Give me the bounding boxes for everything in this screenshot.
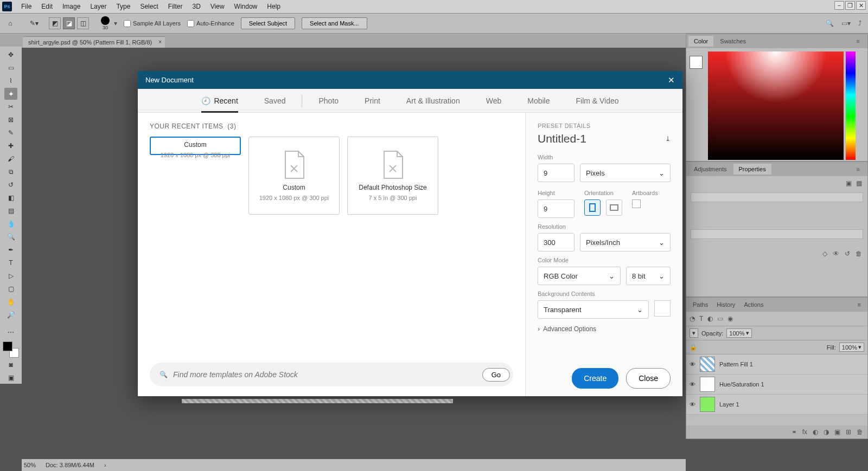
reset-icon[interactable]: ↺ <box>845 250 850 257</box>
preset-card[interactable]: Custom 1920 x 1080 px @ 300 ppi <box>150 137 241 155</box>
artboards-checkbox[interactable] <box>632 199 641 208</box>
height-input[interactable] <box>538 199 575 218</box>
layer-row[interactable]: 👁 Pattern Fill 1 <box>686 354 867 375</box>
tab-web[interactable]: Web <box>473 89 515 113</box>
resolution-input[interactable] <box>538 233 575 251</box>
workspace-icon[interactable]: ▭▾ <box>841 20 851 27</box>
background-select[interactable]: Transparent⌄ <box>538 300 649 319</box>
tab-properties[interactable]: Properties <box>733 164 771 175</box>
menu-filter[interactable]: Filter <box>163 3 188 10</box>
foreground-color-swatch[interactable] <box>3 341 12 351</box>
tab-swatches[interactable]: Swatches <box>714 36 751 47</box>
healing-brush-tool-icon[interactable]: ✚ <box>4 140 17 152</box>
marquee-tool-icon[interactable]: ▭ <box>4 62 17 74</box>
pattern-preset-edit-icon[interactable]: ▦ <box>856 179 862 187</box>
resolution-unit-select[interactable]: Pixels/Inch⌄ <box>580 233 671 251</box>
select-and-mask-button[interactable]: Select and Mask... <box>302 17 367 29</box>
crop-tool-icon[interactable]: ✂ <box>4 101 17 113</box>
property-slider-1[interactable] <box>691 192 863 202</box>
layer-row[interactable]: 👁 Hue/Saturation 1 <box>686 375 867 395</box>
close-tab-icon[interactable]: × <box>158 39 162 45</box>
select-subject-button[interactable]: Select Subject <box>241 17 295 29</box>
layer-filter-text-icon[interactable]: T <box>699 315 703 322</box>
visibility-icon[interactable]: 👁 <box>690 401 695 408</box>
color-mode-select[interactable]: RGB Color⌄ <box>538 267 621 285</box>
clone-stamp-tool-icon[interactable]: ⧉ <box>4 166 17 178</box>
dodge-tool-icon[interactable]: 🔍 <box>4 231 17 243</box>
layer-mask-icon[interactable]: ◐ <box>813 428 818 436</box>
background-color-swatch[interactable] <box>654 300 671 317</box>
delete-adj-icon[interactable]: 🗑 <box>856 250 862 257</box>
toggle-visibility-icon[interactable]: 👁 <box>833 250 839 257</box>
layer-style-icon[interactable]: fx <box>802 428 807 436</box>
menu-edit[interactable]: Edit <box>36 3 58 10</box>
brush-preview-icon[interactable] <box>101 16 110 25</box>
history-brush-tool-icon[interactable]: ↺ <box>4 179 17 191</box>
window-restore-icon[interactable]: ❐ <box>845 1 855 10</box>
menu-file[interactable]: File <box>16 3 36 10</box>
panel-menu-icon[interactable]: ≡ <box>851 164 865 175</box>
path-selection-tool-icon[interactable]: ▷ <box>4 270 17 282</box>
delete-layer-icon[interactable]: 🗑 <box>857 428 863 436</box>
close-button[interactable]: Close <box>626 368 671 389</box>
layer-filter-kind-icon[interactable]: ◔ <box>690 315 695 322</box>
new-group-icon[interactable]: ▣ <box>834 428 840 436</box>
color-depth-select[interactable]: 8 bit⌄ <box>626 267 671 285</box>
visibility-icon[interactable]: 👁 <box>690 381 695 388</box>
new-layer-icon[interactable]: ⊞ <box>846 428 851 436</box>
blend-mode-select[interactable]: ▾ <box>690 328 698 338</box>
window-close-icon[interactable]: ✕ <box>856 1 866 10</box>
tool-preset-icon[interactable]: ✎▾ <box>28 17 40 29</box>
menu-layer[interactable]: Layer <box>85 3 111 10</box>
tab-history[interactable]: History <box>712 299 739 310</box>
type-tool-icon[interactable]: T <box>4 257 17 269</box>
lasso-tool-icon[interactable]: ⌇ <box>4 75 17 87</box>
orientation-portrait-button[interactable] <box>584 199 601 216</box>
create-button[interactable]: Create <box>572 368 618 389</box>
tab-color[interactable]: Color <box>688 36 713 47</box>
hue-slider[interactable] <box>846 51 856 160</box>
menu-view[interactable]: View <box>206 3 229 10</box>
menu-select[interactable]: Select <box>135 3 163 10</box>
auto-enhance-checkbox[interactable]: Auto-Enhance <box>187 20 234 27</box>
doc-info[interactable]: Doc: 3.89M/6.44M <box>46 462 94 468</box>
save-preset-icon[interactable]: ⤓ <box>665 135 671 143</box>
width-input[interactable] <box>538 164 575 182</box>
tab-actions[interactable]: Actions <box>739 299 768 310</box>
document-tab[interactable]: shirt_argyle.psd @ 50% (Pattern Fill 1, … <box>23 36 165 48</box>
quick-select-subtract-icon[interactable]: ◫ <box>77 17 89 29</box>
blur-tool-icon[interactable]: 💧 <box>4 218 17 230</box>
layer-filter-adj-icon[interactable]: ◐ <box>707 315 713 322</box>
tab-paths[interactable]: Paths <box>688 299 712 310</box>
panel-menu-icon[interactable]: ≡ <box>853 299 865 310</box>
tab-saved[interactable]: Saved <box>251 89 299 113</box>
move-tool-icon[interactable]: ✥ <box>4 49 17 61</box>
document-name-input[interactable]: Untitled-1 <box>538 132 665 145</box>
eyedropper-tool-icon[interactable]: ✎ <box>4 127 17 139</box>
template-search-input[interactable] <box>173 370 477 379</box>
share-icon[interactable]: ⤴ <box>858 20 861 27</box>
color-field[interactable] <box>708 51 844 160</box>
window-minimize-icon[interactable]: − <box>834 1 844 10</box>
advanced-options-toggle[interactable]: › Advanced Options <box>538 325 671 333</box>
edit-toolbar-icon[interactable]: ⋯ <box>4 326 17 338</box>
layer-filter-smart-icon[interactable]: ◉ <box>727 315 733 322</box>
home-icon[interactable]: ⌂ <box>4 17 16 29</box>
zoom-level[interactable]: 50% <box>24 462 36 468</box>
quick-select-add-icon[interactable]: ◪ <box>63 17 75 29</box>
color-swatch-current[interactable] <box>690 56 703 69</box>
preset-card[interactable]: Default Photoshop Size 7 x 5 in @ 300 pp… <box>347 137 438 215</box>
go-button[interactable]: Go <box>482 368 510 382</box>
menu-help[interactable]: Help <box>262 3 285 10</box>
hand-tool-icon[interactable]: ✋ <box>4 296 17 308</box>
zoom-tool-icon[interactable]: 🔎 <box>4 309 17 321</box>
new-fill-layer-icon[interactable]: ◑ <box>824 428 829 436</box>
tab-art[interactable]: Art & Illustration <box>393 89 473 113</box>
dialog-close-icon[interactable]: ✕ <box>668 75 675 85</box>
eraser-tool-icon[interactable]: ◧ <box>4 192 17 204</box>
brush-tool-icon[interactable]: 🖌 <box>4 153 17 165</box>
menu-window[interactable]: Window <box>229 3 263 10</box>
orientation-landscape-button[interactable] <box>606 199 622 216</box>
lock-icon[interactable]: 🔒 <box>690 344 697 351</box>
tab-recent[interactable]: 🕘Recent <box>188 89 251 113</box>
